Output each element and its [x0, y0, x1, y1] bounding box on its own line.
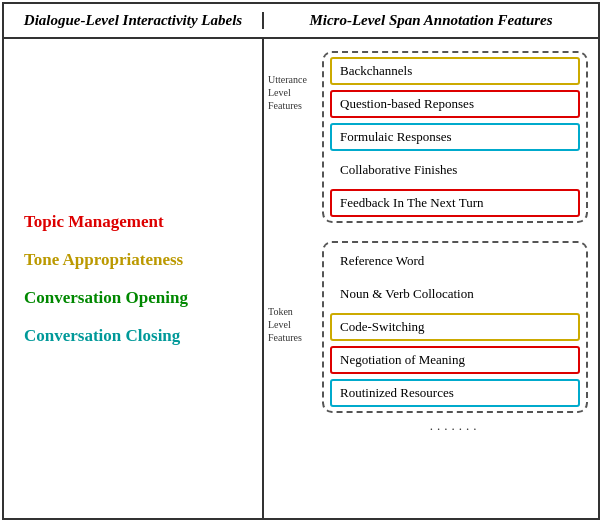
dialogue-label-topic-management: Topic Management: [24, 212, 164, 232]
header-row: Dialogue-Level Interactivity Labels Micr…: [4, 4, 598, 39]
feature-labels: UtteranceLevelFeatures TokenLevelFeature…: [264, 45, 322, 512]
left-panel: Topic ManagementTone AppropriatenessConv…: [4, 39, 264, 518]
feature-reference-word: Reference Word: [330, 247, 580, 275]
feature-noun-verb-collocation: Noun & Verb Collocation: [330, 280, 580, 308]
group-separator: [322, 228, 588, 236]
dialogue-label-tone-appropriateness: Tone Appropriateness: [24, 250, 183, 270]
main-container: Dialogue-Level Interactivity Labels Micr…: [2, 2, 600, 520]
utterance-dashed-group: Backchannels Question-based Reponses For…: [322, 51, 588, 223]
token-level-label: TokenLevelFeatures: [268, 305, 302, 344]
feature-collaborative-finishes: Collaborative Finishes: [330, 156, 580, 184]
dialogue-label-conversation-closing: Conversation Closing: [24, 326, 180, 346]
feature-formulaic-responses: Formulaic Responses: [330, 123, 580, 151]
feature-feedback-next-turn: Feedback In The Next Turn: [330, 189, 580, 217]
feature-question-based-responses: Question-based Reponses: [330, 90, 580, 118]
dots: .......: [322, 418, 588, 438]
content-row: Topic ManagementTone AppropriatenessConv…: [4, 39, 598, 518]
left-header-title: Dialogue-Level Interactivity Labels: [4, 12, 264, 29]
utterance-level-label: UtteranceLevelFeatures: [268, 73, 307, 112]
right-header-title: Micro-Level Span Annotation Features: [264, 12, 598, 29]
token-dashed-group: Reference Word Noun & Verb Collocation C…: [322, 241, 588, 413]
feature-backchannels: Backchannels: [330, 57, 580, 85]
items-column: Backchannels Question-based Reponses For…: [322, 45, 598, 512]
feature-routinized-resources: Routinized Resources: [330, 379, 580, 407]
dialogue-label-conversation-opening: Conversation Opening: [24, 288, 188, 308]
feature-negotiation-of-meaning: Negotiation of Meaning: [330, 346, 580, 374]
right-panel: UtteranceLevelFeatures TokenLevelFeature…: [264, 39, 598, 518]
feature-code-switching: Code-Switching: [330, 313, 580, 341]
